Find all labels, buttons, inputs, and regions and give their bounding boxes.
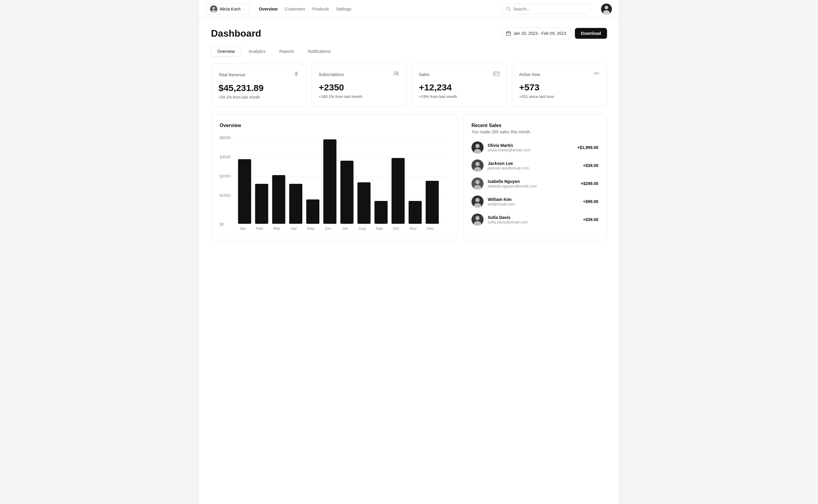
date-range-button[interactable]: Jan 20, 2023 - Feb 09, 2023 <box>501 28 571 39</box>
metric-label-0: Total Revenue <box>218 72 245 77</box>
sale-avatar <box>472 141 484 153</box>
svg-text:$6000: $6000 <box>220 136 230 140</box>
metric-change-1: +180.1% from last month <box>319 94 399 99</box>
user-name: Alicia Koch <box>220 7 240 11</box>
sale-avatar <box>472 214 484 226</box>
svg-text:Sep: Sep <box>375 226 382 230</box>
sale-item: William Kim will@email.com +$99.00 <box>472 196 598 208</box>
sale-item: Jackson Lee jackson.lee@email.com +$39.0… <box>472 159 598 172</box>
tab-reports[interactable]: Reports <box>273 46 300 56</box>
svg-rect-35 <box>357 182 370 224</box>
search-input[interactable] <box>513 7 586 11</box>
metric-card-active-now: Active Now +573 +201 since last hour <box>512 64 607 107</box>
svg-text:Jan: Jan <box>239 226 246 230</box>
date-range-label: Jan 20, 2023 - Feb 09, 2023 <box>513 31 566 36</box>
metric-value-2: +12,234 <box>419 82 500 93</box>
page-header: Dashboard Jan 20, 2023 - Feb 09, 2023 Do… <box>211 28 607 39</box>
sale-avatar <box>472 159 484 172</box>
svg-point-1 <box>212 7 215 9</box>
overview-chart-title: Overview <box>220 123 449 128</box>
bar-chart: $6000 $4500 $3000 $1500 $0 <box>220 134 449 230</box>
tabs: Overview Analytics Reports Notifications <box>211 46 607 56</box>
recent-sales-subtitle: You made 265 sales this month. <box>472 129 598 134</box>
svg-text:$1500: $1500 <box>220 193 230 197</box>
metric-change-0: +20.1% from last month <box>218 95 299 99</box>
tab-overview[interactable]: Overview <box>211 46 241 56</box>
svg-text:Aug: Aug <box>358 226 365 230</box>
user-selector[interactable]: Alicia Koch ⌄ <box>206 3 249 15</box>
svg-text:$0: $0 <box>220 222 224 226</box>
svg-text:$4500: $4500 <box>220 155 230 159</box>
svg-point-65 <box>476 216 480 220</box>
metric-label-1: Subscriptions <box>319 72 344 77</box>
svg-rect-28 <box>238 159 251 224</box>
metric-card-subscriptions: Subscriptions +2350 +180.1% from last mo… <box>311 64 407 107</box>
svg-point-14 <box>396 72 398 74</box>
sale-amount: +$39.00 <box>583 163 598 168</box>
sale-email: jackson.lee@email.com <box>488 166 579 170</box>
search-bar[interactable] <box>501 4 592 14</box>
chevron-down-icon: ⌄ <box>243 7 245 11</box>
svg-text:Jun: Jun <box>325 226 331 230</box>
svg-text:Dec: Dec <box>427 226 434 230</box>
sale-avatar <box>472 178 484 190</box>
svg-line-4 <box>509 10 511 11</box>
svg-rect-37 <box>391 158 405 224</box>
nav-link-settings[interactable]: Settings <box>336 5 351 13</box>
sale-item: Isabella Nguyen isabella.nguyen@email.co… <box>472 178 598 190</box>
metric-value-3: +573 <box>519 82 600 93</box>
nav-link-overview[interactable]: Overview <box>259 5 277 13</box>
svg-text:Jul: Jul <box>342 226 348 230</box>
user-avatar-nav[interactable] <box>601 4 612 14</box>
nav-link-products[interactable]: Products <box>312 5 329 13</box>
calendar-icon <box>506 31 511 36</box>
chart-container: $6000 $4500 $3000 $1500 $0 <box>220 134 449 230</box>
metric-card-header-3: Active Now <box>519 71 600 77</box>
sale-amount: +$299.00 <box>581 181 598 186</box>
metric-card-header-1: Subscriptions <box>319 71 399 77</box>
sale-name: Jackson Lee <box>488 161 579 166</box>
search-icon <box>506 7 511 11</box>
metric-label-3: Active Now <box>519 72 540 77</box>
svg-rect-34 <box>340 161 354 224</box>
metric-card-sales: Sales +12,234 +19% from last month <box>412 64 507 107</box>
svg-text:May: May <box>307 226 315 230</box>
download-button[interactable]: Download <box>575 28 607 39</box>
user-avatar-small <box>210 5 217 13</box>
tab-notifications[interactable]: Notifications <box>301 46 337 56</box>
sale-info: Olivia Martin olivia.martin@email.com <box>488 143 573 152</box>
bottom-row: Overview $6000 $4500 $3000 $1500 $0 <box>211 114 607 240</box>
page-content: Dashboard Jan 20, 2023 - Feb 09, 2023 Do… <box>199 18 619 250</box>
metric-label-2: Sales <box>419 72 430 77</box>
credit-card-icon <box>494 71 500 77</box>
svg-rect-31 <box>289 184 302 224</box>
svg-point-56 <box>476 162 480 166</box>
metric-cards: Total Revenue $45,231.89 +20.1% from las… <box>211 64 607 107</box>
metric-card-total-revenue: Total Revenue $45,231.89 +20.1% from las… <box>211 64 306 107</box>
metric-card-header-0: Total Revenue <box>218 71 299 78</box>
sale-info: William Kim will@email.com <box>488 197 579 206</box>
svg-text:Nov: Nov <box>410 226 417 230</box>
nav-links: Overview Customers Products Settings <box>259 5 492 13</box>
recent-sales-card: Recent Sales You made 265 sales this mon… <box>463 114 607 240</box>
tab-analytics[interactable]: Analytics <box>242 46 272 56</box>
svg-text:Oct: Oct <box>393 226 399 230</box>
metric-value-1: +2350 <box>319 82 399 93</box>
svg-rect-33 <box>323 139 336 224</box>
page-title: Dashboard <box>211 28 261 39</box>
svg-point-59 <box>476 180 480 184</box>
metric-card-header-2: Sales <box>419 71 500 77</box>
metric-change-3: +201 since last hour <box>519 94 600 99</box>
svg-text:$3000: $3000 <box>220 174 230 178</box>
nav-link-customers[interactable]: Customers <box>285 5 305 13</box>
sale-email: sofia.davis@email.com <box>488 220 579 224</box>
svg-point-6 <box>605 6 608 9</box>
sale-email: will@email.com <box>488 202 579 206</box>
sale-info: Sofia Davis sofia.davis@email.com <box>488 215 579 224</box>
svg-rect-30 <box>272 175 285 224</box>
sale-name: William Kim <box>488 197 579 202</box>
sale-info: Isabella Nguyen isabella.nguyen@email.co… <box>488 179 576 188</box>
sale-name: Olivia Martin <box>488 143 573 148</box>
sale-name: Sofia Davis <box>488 215 579 220</box>
svg-rect-39 <box>426 181 439 224</box>
